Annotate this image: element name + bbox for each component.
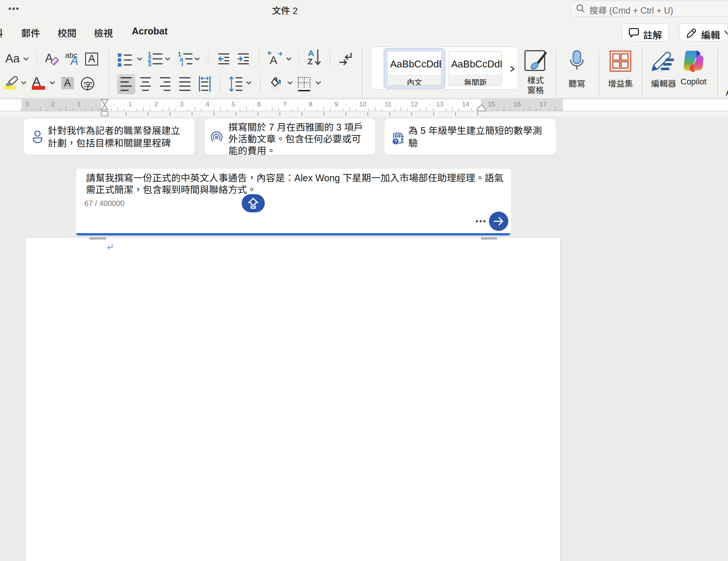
svg-text:?: ?	[394, 139, 397, 144]
